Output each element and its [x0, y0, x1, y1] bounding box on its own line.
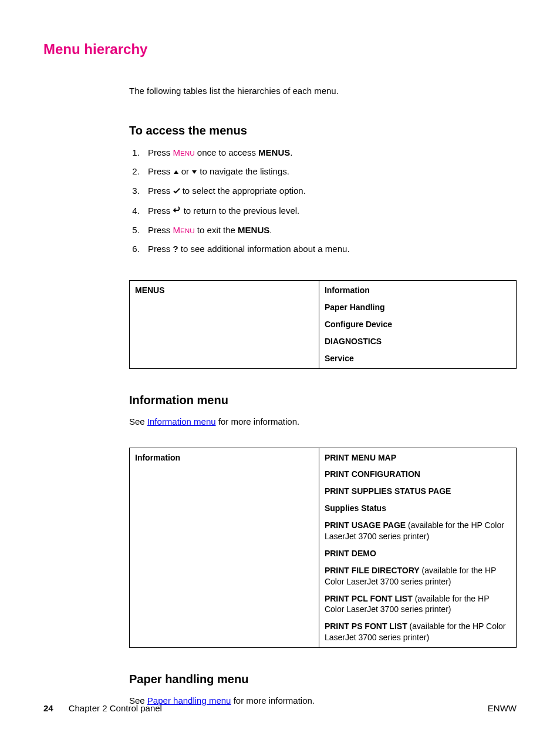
menu-item: PRINT MENU MAP	[325, 452, 511, 463]
see-pre: See	[129, 416, 147, 426]
info-table: Information PRINT MENU MAPPRINT CONFIGUR…	[129, 448, 517, 648]
menu-item: Information	[325, 285, 511, 296]
menu-item: PRINT PCL FONT LIST (available for the H…	[325, 593, 511, 616]
menus-table: MENUS InformationPaper HandlingConfigure…	[129, 280, 517, 368]
menu-item: PRINT PS FONT LIST (available for the HP…	[325, 621, 511, 643]
menu-item: Configure Device	[325, 319, 511, 330]
svg-marker-0	[174, 170, 178, 174]
menus-table-right: InformationPaper HandlingConfigure Devic…	[319, 281, 516, 368]
up-icon	[173, 166, 179, 177]
step-5: Press MENU to exit the MENUS.	[142, 224, 517, 236]
back-icon	[173, 204, 181, 216]
intro-text: The following tables list the hierarchie…	[129, 86, 517, 96]
step-6: Press ? to see additional information ab…	[142, 243, 517, 256]
menu-item: PRINT USAGE PAGE (available for the HP C…	[325, 520, 511, 542]
menu-item: PRINT FILE DIRECTORY (available for the …	[325, 565, 511, 587]
footer-right: ENWW	[488, 703, 517, 713]
step-3: Press to select the appropriate option.	[142, 185, 517, 197]
page-number: 24	[43, 703, 53, 713]
check-icon	[173, 185, 180, 197]
access-heading: To access the menus	[129, 124, 517, 137]
menu-item: Paper Handling	[325, 302, 511, 313]
menu-item: PRINT CONFIGURATION	[325, 469, 511, 480]
see-post: for more information.	[216, 416, 300, 426]
step-2: Press or to navigate the listings.	[142, 166, 517, 178]
menu-item: PRINT DEMO	[325, 548, 511, 559]
paper-heading: Paper handling menu	[129, 673, 517, 686]
menu-key: MENU	[173, 225, 195, 235]
menu-item: DIAGNOSTICS	[325, 336, 511, 347]
menu-item: PRINT SUPPLIES STATUS PAGE	[325, 486, 511, 497]
info-see-text: See Information menu for more informatio…	[129, 416, 517, 426]
info-table-right: PRINT MENU MAPPRINT CONFIGURATIONPRINT S…	[319, 448, 516, 648]
menus-table-left: MENUS	[130, 281, 319, 368]
info-menu-link[interactable]: Information menu	[147, 416, 216, 426]
step-4: Press to return to the previous level.	[142, 205, 517, 217]
page-title: Menu hierarchy	[43, 41, 517, 58]
down-icon	[191, 166, 197, 177]
menu-item: Supplies Status	[325, 503, 511, 514]
step-1: Press MENU once to access MENUS.	[142, 147, 517, 159]
info-table-left: Information	[130, 448, 319, 648]
chapter-label: Chapter 2 Control panel	[69, 703, 162, 713]
svg-marker-1	[192, 170, 197, 174]
menu-key: MENU	[173, 147, 195, 157]
menu-item: Service	[325, 353, 511, 364]
info-heading: Information menu	[129, 394, 517, 407]
access-steps: Press MENU once to access MENUS.Press or…	[129, 147, 517, 256]
question-icon: ?	[173, 243, 178, 255]
page-footer: 24 Chapter 2 Control panel ENWW	[43, 703, 517, 713]
